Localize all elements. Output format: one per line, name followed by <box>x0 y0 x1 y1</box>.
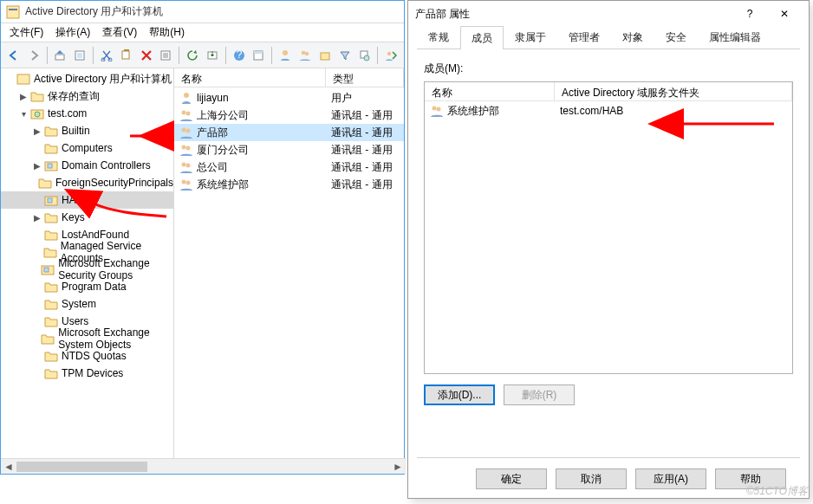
refresh-icon[interactable] <box>183 46 202 65</box>
ok-button[interactable]: 确定 <box>476 468 547 489</box>
list-pane[interactable]: 名称 类型 lijiayun用户上海分公司通讯组 - 通用产品部通讯组 - 通用… <box>174 68 404 458</box>
help-icon[interactable]: ? <box>230 46 249 65</box>
add-button[interactable]: 添加(D)... <box>424 384 495 405</box>
tree-item[interactable]: ▪System <box>1 295 173 313</box>
tree-label: LostAndFound <box>60 229 129 241</box>
list-row[interactable]: 系统维护部通讯组 - 通用 <box>174 176 404 193</box>
cancel-button[interactable]: 取消 <box>556 468 627 489</box>
members-label: 成员(M): <box>424 61 793 76</box>
export-icon[interactable] <box>203 46 222 65</box>
help-button[interactable]: ? <box>732 3 767 24</box>
up-icon[interactable] <box>51 46 70 65</box>
folder-icon <box>43 245 57 259</box>
h-scrollbar[interactable]: ◄ ► <box>1 458 406 474</box>
member-row[interactable]: 系统维护部test.com/HAB <box>425 101 792 120</box>
svg-rect-2 <box>55 55 64 60</box>
row-type: 通讯组 - 通用 <box>326 178 404 192</box>
dialog-title: 产品部 属性 <box>415 7 732 22</box>
expand-icon[interactable]: ▶ <box>32 213 42 223</box>
menu-0[interactable]: 文件(F) <box>4 23 49 42</box>
col-name[interactable]: 名称 <box>174 68 326 87</box>
scroll-right-icon[interactable]: ► <box>390 460 406 474</box>
menu-1[interactable]: 操作(A) <box>50 23 95 42</box>
folder-icon <box>44 280 58 294</box>
tab-strip: 常规成员隶属于管理者对象安全属性编辑器 <box>417 27 800 49</box>
svg-point-32 <box>182 111 186 115</box>
scroll-track[interactable] <box>16 462 390 472</box>
tree-root[interactable]: Active Directory 用户和计算机 <box>1 70 173 87</box>
group-icon <box>179 126 193 139</box>
folder-icon <box>30 89 44 103</box>
props2-icon[interactable] <box>156 46 175 65</box>
list-row[interactable]: 上海分公司通讯组 - 通用 <box>174 107 404 124</box>
menu-2[interactable]: 查看(V) <box>97 23 142 42</box>
tab-3[interactable]: 管理者 <box>557 25 611 48</box>
expand-icon[interactable]: ▶ <box>32 126 42 136</box>
more-icon[interactable] <box>381 46 400 65</box>
folder-icon <box>44 297 58 311</box>
find-icon[interactable] <box>335 46 354 65</box>
members-col-name[interactable]: 名称 <box>425 82 555 100</box>
folder-icon <box>44 124 58 138</box>
filter-icon[interactable] <box>354 46 374 65</box>
tree-item[interactable]: ▪HAB <box>1 191 173 209</box>
scroll-thumb[interactable] <box>16 462 147 472</box>
members-col-path[interactable]: Active Directory 域服务文件夹 <box>555 82 792 100</box>
view-icon[interactable] <box>250 46 269 65</box>
tree-label: TPM Devices <box>60 367 123 379</box>
row-type: 通讯组 - 通用 <box>326 108 404 123</box>
properties-icon[interactable] <box>70 46 89 65</box>
svg-rect-30 <box>44 268 49 272</box>
tree-pane[interactable]: Active Directory 用户和计算机▶保存的查询▾test.com▶B… <box>1 68 174 458</box>
svg-point-37 <box>186 146 191 151</box>
tree-label: Builtin <box>60 125 90 137</box>
col-type[interactable]: 类型 <box>326 68 404 87</box>
close-button[interactable]: ✕ <box>767 3 802 24</box>
list-row[interactable]: 总公司通讯组 - 通用 <box>174 158 404 176</box>
tab-2[interactable]: 隶属于 <box>504 25 557 48</box>
tree-item[interactable]: ▶Domain Controllers <box>1 157 173 174</box>
tab-1[interactable]: 成员 <box>460 26 504 49</box>
members-listbox[interactable]: 名称 Active Directory 域服务文件夹 系统维护部test.com… <box>424 81 793 374</box>
group-icon <box>179 178 193 191</box>
expand-icon[interactable]: ▶ <box>32 161 42 171</box>
tab-6[interactable]: 属性编辑器 <box>698 25 772 48</box>
tab-0[interactable]: 常规 <box>417 25 460 48</box>
tree-item[interactable]: ▾test.com <box>1 105 173 122</box>
tree-item[interactable]: ▪ForeignSecurityPrincipals <box>1 174 173 191</box>
tree-item[interactable]: ▪Microsoft Exchange System Objects <box>1 330 173 347</box>
scroll-left-icon[interactable]: ◄ <box>1 460 16 474</box>
tab-4[interactable]: 对象 <box>611 25 654 48</box>
tree-label: NTDS Quotas <box>60 350 127 362</box>
tree-item[interactable]: ▪Microsoft Exchange Security Groups <box>1 261 173 278</box>
row-name: 厦门分公司 <box>197 143 249 158</box>
svg-point-20 <box>364 55 369 61</box>
tree-item[interactable]: ▪TPM Devices <box>1 365 173 382</box>
new-ou-icon[interactable] <box>315 46 335 65</box>
list-row[interactable]: 产品部通讯组 - 通用 <box>174 124 404 141</box>
menu-3[interactable]: 帮助(H) <box>144 23 190 42</box>
tree-item[interactable]: ▶保存的查询 <box>1 87 173 105</box>
tree-label: Users <box>60 315 88 327</box>
new-user-icon[interactable] <box>276 46 295 65</box>
apply-button[interactable]: 应用(A) <box>635 468 706 489</box>
back-icon[interactable] <box>4 46 23 65</box>
delete-icon[interactable] <box>137 46 156 65</box>
group-icon <box>430 104 444 118</box>
new-group-icon[interactable] <box>296 46 315 65</box>
list-row[interactable]: lijiayun用户 <box>174 89 404 107</box>
cut-icon[interactable] <box>97 46 116 65</box>
forward-icon[interactable] <box>24 46 43 65</box>
folder-icon <box>41 332 55 346</box>
list-row[interactable]: 厦门分公司通讯组 - 通用 <box>174 141 404 158</box>
dialog-titlebar: 产品部 属性 ? ✕ <box>408 1 809 27</box>
svg-rect-4 <box>77 53 82 58</box>
copy-icon[interactable] <box>117 46 136 65</box>
tree-item[interactable]: ▪Computers <box>1 139 173 157</box>
tree-item[interactable]: ▶Keys <box>1 209 173 226</box>
expand-icon[interactable]: ▾ <box>18 109 29 119</box>
tree-item[interactable]: ▶Builtin <box>1 122 173 139</box>
expand-icon[interactable]: ▶ <box>18 92 29 101</box>
tree-label: Computers <box>60 142 113 154</box>
tab-5[interactable]: 安全 <box>654 25 698 48</box>
